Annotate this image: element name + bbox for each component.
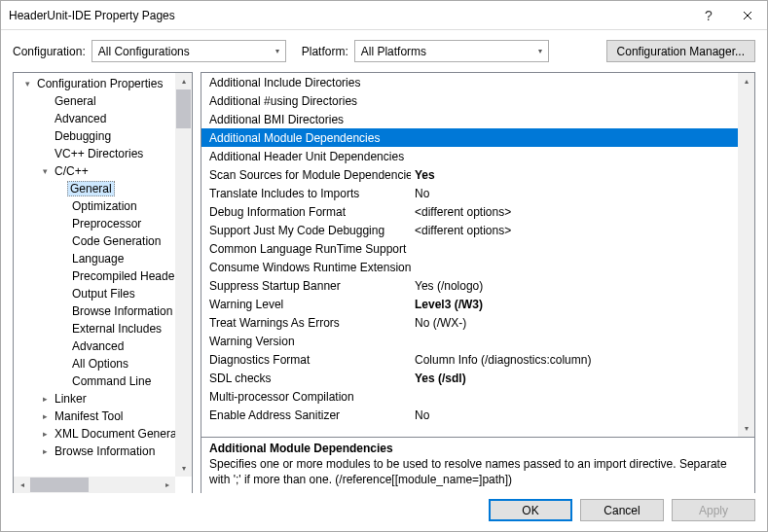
tree-item[interactable]: General xyxy=(14,92,192,110)
property-row[interactable]: Treat Warnings As ErrorsNo (/WX-) xyxy=(201,313,754,332)
tree-item-label: All Options xyxy=(70,357,128,371)
ok-button[interactable]: OK xyxy=(489,499,572,521)
configuration-combo[interactable]: All Configurations ▾ xyxy=(91,40,286,62)
scroll-down-icon[interactable]: ▾ xyxy=(738,420,754,437)
property-row[interactable]: Diagnostics FormatColumn Info (/diagnost… xyxy=(201,350,754,369)
chevron-down-icon: ▾ xyxy=(275,47,279,55)
tree-item[interactable]: Precompiled Heade xyxy=(14,267,192,285)
tree-scrollbar-vertical[interactable]: ▴ ▾ xyxy=(175,73,192,477)
tree-item-label: Code Generation xyxy=(70,234,161,248)
scroll-up-icon[interactable]: ▴ xyxy=(175,73,192,89)
property-row[interactable]: Translate Includes to ImportsNo xyxy=(201,184,754,202)
close-button[interactable] xyxy=(728,1,767,29)
apply-button[interactable]: Apply xyxy=(672,499,755,521)
property-row[interactable]: Support Just My Code Debugging<different… xyxy=(201,221,754,239)
tree-item[interactable]: Optimization xyxy=(14,197,192,215)
property-value[interactable]: Yes (/sdl) xyxy=(411,372,754,385)
tree-item-label: Preprocessor xyxy=(70,217,141,231)
property-value[interactable]: Yes (/nologo) xyxy=(411,279,754,293)
tree-item[interactable]: General xyxy=(14,180,192,197)
property-row[interactable]: SDL checksYes (/sdl) xyxy=(201,369,754,387)
tree-item[interactable]: Output Files xyxy=(14,285,192,302)
tree-item[interactable]: ▸Linker xyxy=(14,390,192,408)
property-row[interactable]: Multi-processor Compilation xyxy=(201,387,754,406)
scroll-right-icon[interactable]: ▸ xyxy=(159,477,175,493)
property-value[interactable]: No xyxy=(411,187,754,200)
scroll-up-icon[interactable]: ▴ xyxy=(738,73,754,89)
caret-down-icon[interactable]: ▾ xyxy=(37,166,53,176)
platform-combo[interactable]: All Platforms ▾ xyxy=(354,40,549,62)
tree-item-label: General xyxy=(53,94,96,108)
tree-item-label: Debugging xyxy=(53,129,111,143)
property-value[interactable]: Yes xyxy=(411,168,754,182)
tree-item-label: Browse Information xyxy=(53,444,155,458)
tree-item[interactable]: Preprocessor xyxy=(14,215,192,232)
cancel-button[interactable]: Cancel xyxy=(580,499,664,521)
tree-item[interactable]: ▸Browse Information xyxy=(14,443,192,460)
property-value[interactable]: <different options> xyxy=(411,205,754,219)
property-value[interactable]: No xyxy=(411,408,754,422)
tree-item[interactable]: VC++ Directories xyxy=(14,145,192,162)
caret-right-icon[interactable]: ▸ xyxy=(37,446,53,456)
tree-item[interactable]: Command Line xyxy=(14,372,192,390)
scroll-down-icon[interactable]: ▾ xyxy=(175,460,192,477)
property-value[interactable]: <different options> xyxy=(411,224,754,237)
property-row[interactable]: Enable Address SanitizerNo xyxy=(201,406,754,424)
tree-item[interactable]: Advanced xyxy=(14,337,192,355)
tree-item[interactable]: ▸XML Document Genera xyxy=(14,425,192,443)
scroll-left-icon[interactable]: ◂ xyxy=(14,477,30,493)
property-grid[interactable]: Additional Include DirectoriesAdditional… xyxy=(201,72,755,438)
tree-item[interactable]: Browse Information xyxy=(14,302,192,320)
caret-right-icon[interactable]: ▸ xyxy=(37,429,53,439)
property-row[interactable]: Consume Windows Runtime Extension xyxy=(201,258,754,276)
help-button[interactable]: ? xyxy=(689,1,728,29)
property-value[interactable]: No (/WX-) xyxy=(411,316,754,330)
property-row[interactable]: Additional Header Unit Dependencies xyxy=(201,147,754,165)
tree-item[interactable]: All Options xyxy=(14,355,192,372)
tree-item-label: Advanced xyxy=(70,339,124,353)
platform-value: All Platforms xyxy=(361,45,426,58)
tree-item[interactable]: ▸Manifest Tool xyxy=(14,408,192,425)
property-row[interactable]: Additional Include Directories xyxy=(201,73,754,91)
description-heading: Additional Module Dependencies xyxy=(209,442,747,455)
grid-scrollbar-vertical[interactable]: ▴ ▾ xyxy=(738,73,754,437)
tree-item[interactable]: Debugging xyxy=(14,127,192,145)
property-row[interactable]: Suppress Startup BannerYes (/nologo) xyxy=(201,276,754,295)
property-row[interactable]: Additional #using Directories xyxy=(201,91,754,110)
tree-item[interactable]: Advanced xyxy=(14,110,192,127)
tree-item[interactable]: ▾C/C++ xyxy=(14,162,192,180)
property-value[interactable]: Column Info (/diagnostics:column) xyxy=(411,353,754,367)
tree-item[interactable]: ▾Configuration Properties xyxy=(14,75,192,92)
property-name: Diagnostics Format xyxy=(201,353,411,367)
property-row[interactable]: Scan Sources for Module DependenciesYes xyxy=(201,165,754,184)
property-panel: Additional Include DirectoriesAdditional… xyxy=(201,72,755,493)
tree-viewport[interactable]: ▾Configuration PropertiesGeneralAdvanced… xyxy=(14,73,192,493)
property-value[interactable]: Level3 (/W3) xyxy=(411,298,754,311)
caret-right-icon[interactable]: ▸ xyxy=(37,411,53,421)
configuration-value: All Configurations xyxy=(98,45,190,58)
property-name: Additional #using Directories xyxy=(201,94,411,108)
main-area: ▾Configuration PropertiesGeneralAdvanced… xyxy=(1,72,767,493)
tree-item-label: External Includes xyxy=(70,322,162,336)
property-name: Translate Includes to Imports xyxy=(201,187,411,200)
tree-scroll-thumb-v[interactable] xyxy=(176,89,191,128)
caret-down-icon[interactable]: ▾ xyxy=(19,79,35,89)
tree-item-label: General xyxy=(67,181,115,196)
tree-item-label: Optimization xyxy=(70,199,137,213)
tree-item-label: Precompiled Heade xyxy=(70,269,174,283)
property-name: Common Language RunTime Support xyxy=(201,242,411,256)
tree-scroll-thumb-h[interactable] xyxy=(30,478,89,492)
property-row[interactable]: Additional Module Dependencies▾ xyxy=(201,128,754,147)
property-name: Treat Warnings As Errors xyxy=(201,316,411,330)
configuration-manager-button[interactable]: Configuration Manager... xyxy=(606,40,755,62)
property-row[interactable]: Debug Information Format<different optio… xyxy=(201,202,754,221)
tree-item[interactable]: Code Generation xyxy=(14,232,192,250)
property-row[interactable]: Common Language RunTime Support xyxy=(201,239,754,258)
tree-item[interactable]: Language xyxy=(14,250,192,267)
tree-scrollbar-horizontal[interactable]: ◂ ▸ xyxy=(14,477,175,493)
tree-item[interactable]: External Includes xyxy=(14,320,192,337)
property-row[interactable]: Warning LevelLevel3 (/W3) xyxy=(201,295,754,313)
property-row[interactable]: Additional BMI Directories xyxy=(201,110,754,128)
caret-right-icon[interactable]: ▸ xyxy=(37,394,53,404)
property-row[interactable]: Warning Version xyxy=(201,332,754,350)
